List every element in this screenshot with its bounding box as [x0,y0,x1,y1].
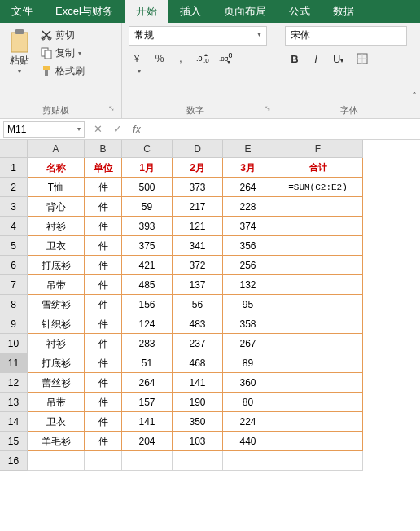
cell[interactable]: 件 [85,295,122,314]
row-header[interactable]: 13 [0,393,28,412]
tab-insert[interactable]: 插入 [168,0,212,23]
cell[interactable]: 256 [223,256,273,275]
comma-button[interactable]: , [171,50,190,78]
cell[interactable]: 468 [173,353,223,373]
cell[interactable]: 89 [223,353,273,373]
cell[interactable] [273,412,363,432]
tab-page-layout[interactable]: 页面布局 [212,0,278,23]
format-painter-button[interactable]: 格式刷 [37,62,88,80]
cell[interactable]: 264 [223,178,273,197]
cell[interactable] [273,432,363,451]
cell[interactable]: 121 [173,217,223,236]
select-all-corner[interactable] [0,140,28,158]
accept-formula-button[interactable]: ✓ [107,123,127,135]
row-header[interactable]: 10 [0,334,28,353]
collapse-ribbon-icon[interactable]: ˄ [413,91,417,100]
cell[interactable] [273,295,363,314]
cell[interactable]: 件 [85,178,122,197]
cell[interactable]: 件 [85,256,122,275]
tab-file[interactable]: 文件 [0,0,44,23]
decrease-decimal-button[interactable]: .00.0 [215,50,236,78]
col-header[interactable]: F [273,140,363,158]
cell[interactable] [122,451,173,471]
cell[interactable]: 件 [85,353,122,373]
border-button[interactable] [351,50,374,68]
cell[interactable] [273,314,363,334]
cell[interactable]: 打底衫 [28,353,85,373]
cell[interactable] [273,451,363,471]
italic-button[interactable]: I [306,50,326,68]
row-header[interactable]: 9 [0,314,28,334]
cell[interactable]: 358 [223,314,273,334]
bold-button[interactable]: B [285,50,304,68]
dialog-launcher-icon[interactable]: ⤡ [265,104,271,112]
cell[interactable]: 124 [122,314,173,334]
cell[interactable]: 件 [85,432,122,451]
row-header[interactable]: 11 [0,353,28,373]
cell[interactable]: 针织衫 [28,314,85,334]
cell[interactable]: 190 [173,393,223,412]
cell[interactable]: 衬衫 [28,334,85,353]
cell[interactable] [273,236,363,256]
cell[interactable]: 141 [173,373,223,393]
cell[interactable] [273,256,363,275]
cell[interactable]: 件 [85,236,122,256]
cell[interactable]: 卫衣 [28,236,85,256]
cell[interactable]: 件 [85,393,122,412]
tab-formulas[interactable]: 公式 [278,0,322,23]
cell[interactable]: 51 [122,353,173,373]
col-header[interactable]: E [223,140,273,158]
cell[interactable]: 件 [85,275,122,295]
cell[interactable] [28,451,85,471]
cell[interactable]: 440 [223,432,273,451]
row-header[interactable]: 16 [0,451,28,471]
row-header[interactable]: 12 [0,373,28,393]
cell[interactable]: 1月 [122,158,173,178]
row-header[interactable]: 1 [0,158,28,178]
row-header[interactable]: 14 [0,412,28,432]
cell[interactable]: 单位 [85,158,122,178]
cell[interactable]: 2月 [173,158,223,178]
cell[interactable]: 141 [122,412,173,432]
cell[interactable]: 483 [173,314,223,334]
cell[interactable]: 224 [223,412,273,432]
cell[interactable]: 267 [223,334,273,353]
cell[interactable]: 356 [223,236,273,256]
cell[interactable] [85,451,122,471]
cell[interactable]: 雪纺衫 [28,295,85,314]
cell[interactable] [273,275,363,295]
cell[interactable]: 228 [223,197,273,217]
formula-input[interactable] [147,121,420,138]
col-header[interactable]: B [85,140,122,158]
cancel-formula-button[interactable]: ✕ [88,123,107,135]
row-header[interactable]: 5 [0,236,28,256]
cut-button[interactable]: 剪切 [37,26,88,44]
cell[interactable]: 375 [122,236,173,256]
cell[interactable]: 95 [223,295,273,314]
cell[interactable]: 485 [122,275,173,295]
cell[interactable]: 373 [173,178,223,197]
cell[interactable] [273,353,363,373]
font-family-select[interactable]: 宋体 [285,26,407,46]
cell[interactable]: 56 [173,295,223,314]
cell[interactable]: 421 [122,256,173,275]
percent-button[interactable]: % [150,50,169,78]
cell[interactable] [273,373,363,393]
insert-function-button[interactable]: fx [127,124,147,135]
cell[interactable]: 件 [85,412,122,432]
cell[interactable]: 吊带 [28,393,85,412]
row-header[interactable]: 7 [0,275,28,295]
tab-home[interactable]: 开始 [125,0,168,23]
cell[interactable]: 件 [85,217,122,236]
cell[interactable]: 350 [173,412,223,432]
cell[interactable]: 80 [223,393,273,412]
cell[interactable]: 蕾丝衫 [28,373,85,393]
cell[interactable]: 衬衫 [28,217,85,236]
row-header[interactable]: 4 [0,217,28,236]
cell[interactable]: 名称 [28,158,85,178]
cell[interactable]: 103 [173,432,223,451]
cell[interactable]: 件 [85,197,122,217]
cell[interactable]: 372 [173,256,223,275]
cell[interactable]: 157 [122,393,173,412]
row-header[interactable]: 3 [0,197,28,217]
